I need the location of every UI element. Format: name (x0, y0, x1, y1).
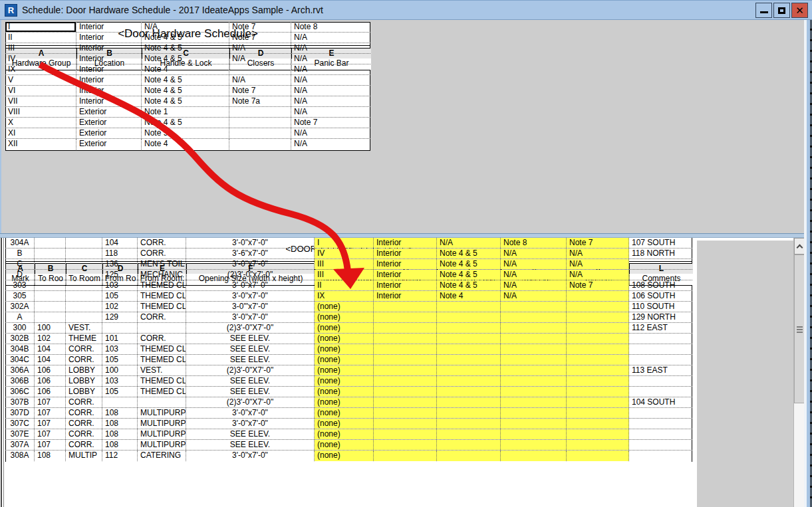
schedule-cell[interactable] (66, 291, 102, 301)
schedule-cell[interactable]: Exterior (76, 128, 142, 138)
schedule-cell[interactable] (567, 334, 629, 344)
schedule-cell[interactable]: 307D (5, 408, 35, 418)
schedule-cell[interactable]: 3'-0"x7'-0" (186, 312, 315, 322)
schedule-cell[interactable]: Interior (76, 64, 142, 74)
schedule-cell[interactable]: 3'-0"x7'-0" (186, 451, 315, 461)
schedule-cell[interactable]: THEMED CL (138, 355, 186, 365)
schedule-cell[interactable]: VEST. (66, 323, 102, 333)
schedule-cell[interactable]: LOBBY (66, 365, 102, 375)
schedule-cell[interactable] (437, 376, 501, 386)
schedule-cell[interactable] (567, 365, 629, 375)
schedule-cell[interactable]: 3'-0"x7'-0" (186, 238, 315, 248)
schedule-cell[interactable]: 3-0"'x7'-0" (186, 302, 315, 312)
schedule-cell[interactable]: Note 7 (229, 33, 291, 43)
schedule-cell[interactable] (501, 387, 567, 397)
schedule-cell[interactable] (501, 365, 567, 375)
schedule-cell[interactable]: 118 (102, 249, 138, 258)
schedule-cell[interactable]: Interior (76, 22, 142, 32)
schedule-cell[interactable]: Note 4 (142, 64, 229, 74)
schedule-cell[interactable]: (none) (315, 344, 374, 354)
schedule-cell[interactable]: 305 (5, 291, 35, 301)
schedule-cell[interactable]: 106 (35, 387, 66, 397)
schedule-cell[interactable] (567, 355, 629, 365)
schedule-cell[interactable]: 112 EAST (629, 323, 692, 333)
schedule-cell[interactable]: MULTIPURP (138, 429, 186, 439)
schedule-cell[interactable] (629, 334, 692, 344)
schedule-cell[interactable]: 103 (102, 344, 138, 354)
schedule-cell[interactable]: VIII (5, 107, 76, 117)
schedule-cell[interactable]: Note 7a (229, 96, 291, 106)
schedule-cell[interactable]: (none) (315, 365, 374, 375)
schedule-cell[interactable]: 110 SOUTH (629, 302, 692, 312)
schedule-cell[interactable]: 103 (102, 376, 138, 386)
schedule-cell[interactable]: 104 (102, 238, 138, 248)
schedule-cell[interactable] (501, 312, 567, 322)
schedule-cell[interactable] (66, 280, 102, 290)
schedule-cell[interactable]: (none) (315, 387, 374, 397)
schedule-cell[interactable] (437, 323, 501, 333)
schedule-cell[interactable]: 302B (5, 334, 35, 344)
schedule-cell[interactable]: 306B (5, 376, 35, 386)
schedule-cell[interactable]: 108 (102, 429, 138, 439)
schedule-cell[interactable]: 307C (5, 419, 35, 429)
schedule-cell[interactable]: Exterior (76, 118, 142, 128)
schedule-cell[interactable]: CORR. (138, 334, 186, 344)
schedule-cell[interactable]: 307E (5, 429, 35, 439)
schedule-cell[interactable]: Note 4 & 5 (437, 259, 501, 269)
schedule-cell[interactable]: SEE ELEV. (186, 355, 315, 365)
schedule-cell[interactable]: 3'-0"x7'-0" (186, 291, 315, 301)
schedule-cell[interactable] (374, 451, 437, 461)
schedule-cell[interactable] (629, 259, 692, 269)
schedule-cell[interactable] (501, 344, 567, 354)
schedule-cell[interactable]: Interior (76, 96, 142, 106)
schedule-cell[interactable] (229, 128, 291, 138)
schedule-cell[interactable] (437, 440, 501, 450)
schedule-cell[interactable]: MEN'S TOIL (138, 259, 186, 269)
schedule-cell[interactable] (629, 419, 692, 429)
schedule-cell[interactable]: Note 8 (291, 22, 370, 32)
schedule-cell[interactable]: N/A (229, 43, 291, 53)
schedule-cell[interactable] (102, 323, 138, 333)
schedule-cell[interactable]: 106 (35, 376, 66, 386)
schedule-cell[interactable] (229, 64, 291, 74)
schedule-cell[interactable]: 106 SOUTH (629, 291, 692, 301)
schedule-cell[interactable]: THEMED CL (138, 387, 186, 397)
schedule-cell[interactable]: SEE ELEV. (186, 387, 315, 397)
schedule-cell[interactable] (567, 387, 629, 397)
schedule-cell[interactable]: N/A (291, 33, 370, 43)
schedule-cell[interactable]: IV (315, 249, 374, 258)
schedule-cell[interactable]: (none) (315, 312, 374, 322)
schedule-cell[interactable]: SEE ELEV. (186, 440, 315, 450)
schedule-cell[interactable]: THEME (66, 334, 102, 344)
schedule-cell[interactable] (437, 419, 501, 429)
schedule-cell[interactable]: 306C (5, 387, 35, 397)
schedule-cell[interactable]: VII (5, 96, 76, 106)
schedule-cell[interactable]: Note 4 & 5 (142, 75, 229, 85)
schedule-cell[interactable]: II (315, 280, 374, 290)
schedule-cell[interactable]: N/A (291, 96, 370, 106)
schedule-cell[interactable]: X (5, 118, 76, 128)
schedule-cell[interactable]: N/A (437, 238, 501, 248)
schedule-cell[interactable]: Exterior (76, 107, 142, 117)
schedule-cell[interactable]: N/A (229, 75, 291, 85)
schedule-cell[interactable]: N/A (501, 280, 567, 290)
schedule-cell[interactable] (35, 302, 66, 312)
schedule-cell[interactable]: 108 (35, 451, 66, 461)
schedule-cell[interactable]: (2)3'-0"X7'-0" (186, 365, 315, 375)
schedule-cell[interactable]: 107 (35, 429, 66, 439)
schedule-cell[interactable]: 103 (102, 280, 138, 290)
schedule-cell[interactable] (567, 344, 629, 354)
schedule-cell[interactable]: Interior (374, 249, 437, 258)
schedule-cell[interactable]: (none) (315, 397, 374, 407)
schedule-cell[interactable] (374, 323, 437, 333)
schedule-cell[interactable]: N/A (567, 270, 629, 280)
schedule-cell[interactable]: N/A (291, 107, 370, 117)
schedule-cell[interactable]: CORR. (66, 419, 102, 429)
schedule-cell[interactable]: N/A (501, 249, 567, 258)
schedule-cell[interactable]: Exterior (76, 139, 142, 150)
schedule-cell[interactable] (629, 270, 692, 280)
schedule-cell[interactable]: V (5, 75, 76, 85)
schedule-cell[interactable]: 3'-0"x7'-0" (186, 419, 315, 429)
schedule-cell[interactable]: Interior (76, 75, 142, 85)
schedule-cell[interactable]: N/A (291, 54, 370, 64)
